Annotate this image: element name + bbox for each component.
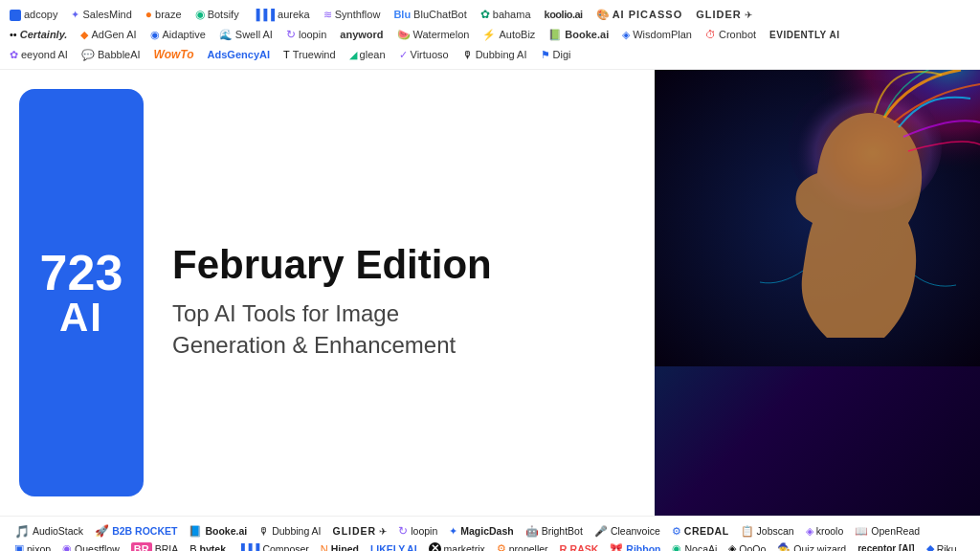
adgenai-icon: ◆ bbox=[80, 27, 88, 44]
logo-adgenai: ◆ AdGen AI bbox=[80, 27, 136, 44]
logo-glider: GLIDER ✈ bbox=[696, 7, 752, 24]
marketrix-icon: ✕ bbox=[429, 542, 441, 551]
logo-likely: LIKELY.AI bbox=[370, 543, 417, 551]
b2brocket-icon: 🚀 bbox=[95, 524, 109, 538]
logo-propeller: ⚙ propeller bbox=[497, 542, 548, 551]
botsify-icon: ◉ bbox=[195, 6, 205, 24]
wisdomplan-icon: ◈ bbox=[622, 27, 630, 44]
aidaptive-icon: ◉ bbox=[150, 27, 160, 44]
logo-aureka: ▐▐▐ aureka bbox=[253, 7, 310, 24]
audiostack-icon: 🎵 bbox=[14, 524, 30, 539]
logo-botsify: ◉ Botsify bbox=[195, 6, 239, 24]
bookeai2-icon: 📘 bbox=[189, 525, 202, 538]
jobscan-icon: 📋 bbox=[741, 525, 754, 538]
glider2-icon: ✈ bbox=[379, 526, 387, 537]
logo-booke-bottom: 📘 Booke.ai bbox=[189, 525, 247, 538]
logo-koolio: koolio.ai bbox=[545, 7, 583, 24]
credal-icon: ⚙ bbox=[672, 525, 681, 538]
logo-marketrix: ✕ marketrix bbox=[429, 542, 485, 551]
logo-riku: ◆ Riku bbox=[926, 542, 957, 551]
autobiz-icon: ⚡ bbox=[482, 27, 496, 44]
logo-questflow: ◉ Questflow bbox=[62, 542, 120, 551]
logo-quizwizard: 🧙 Quiz wizard bbox=[777, 542, 846, 551]
main-container: adcopy ✦ SalesMind ● braze ◉ Botsify ▐▐▐… bbox=[0, 0, 980, 551]
bottom-logos-row: 🎵 AudioStack 🚀 B2B ROCKET 📘 Booke.ai 🎙 D… bbox=[14, 524, 966, 551]
logo-babbleai: 💬 BabbleAI bbox=[81, 47, 141, 64]
logo-salesmind: ✦ SalesMind bbox=[71, 7, 131, 24]
logo-dubbingai: 🎙 Dubbing AI bbox=[462, 47, 527, 64]
logo-receptor: receptor [AI] bbox=[858, 543, 914, 551]
logo-autobiz: ⚡ AutoBiz bbox=[482, 27, 535, 44]
virtuoso-icon: ✓ bbox=[399, 47, 408, 64]
logo-braze: ● braze bbox=[145, 6, 182, 24]
logo-bluchatbot: Blu BluChatBot bbox=[393, 7, 466, 24]
watermelon-icon: 🍉 bbox=[397, 27, 411, 44]
logo-hiped: N Hiped bbox=[321, 543, 359, 551]
beyondai-icon: ✿ bbox=[10, 47, 18, 64]
bottom-logos-strip: 🎵 AudioStack 🚀 B2B ROCKET 📘 Booke.ai 🎙 D… bbox=[0, 516, 980, 551]
logo-jobscan: 📋 Jobscan bbox=[741, 525, 794, 538]
qoqo-icon: ◈ bbox=[728, 542, 736, 551]
bytek-icon: B bbox=[189, 543, 196, 551]
aureka-icon: ▐▐▐ bbox=[253, 7, 275, 24]
glean-icon: ◢ bbox=[349, 47, 357, 64]
logo-composer: ▐▐▐ Composer bbox=[237, 543, 309, 551]
logo-picasso: 🎨 AI PICASSO bbox=[596, 7, 683, 24]
cronbot-icon: ⏱ bbox=[705, 27, 716, 44]
edition-subtitle: Top AI Tools for Image Generation & Enha… bbox=[172, 298, 635, 361]
rask-icon: R bbox=[560, 543, 568, 551]
logo-audiostack: 🎵 AudioStack bbox=[14, 524, 83, 539]
magicdash-icon: ✦ bbox=[449, 525, 457, 538]
logo-brightbot: 🤖 BrightBot bbox=[525, 525, 583, 538]
main-content-area: 723 AI February Edition Top AI Tools for… bbox=[0, 70, 980, 516]
truewind-icon: T bbox=[283, 47, 290, 64]
top-logos-row3: ✿ eeyond AI 💬 BabbleAI WowTo AdsGencyAI … bbox=[10, 46, 970, 64]
swell-icon: 🌊 bbox=[219, 27, 233, 44]
logo-nocaai: ◉ NocaAi bbox=[672, 542, 717, 551]
synthflow-icon: ≋ bbox=[323, 7, 332, 24]
braze-icon: ● bbox=[145, 6, 152, 24]
bria-icon: BR bbox=[131, 542, 152, 551]
logo-adcopy: adcopy bbox=[10, 7, 57, 24]
adcopy-icon bbox=[10, 10, 21, 21]
nocaai-icon: ◉ bbox=[672, 542, 681, 551]
logo-bahama: ✿ bahama bbox=[480, 6, 531, 24]
issue-number: 723 bbox=[40, 248, 123, 298]
pixop-icon: ▣ bbox=[14, 542, 24, 551]
logo-adsgency: AdsGencyAI bbox=[208, 47, 270, 64]
propeller-icon: ⚙ bbox=[497, 542, 506, 551]
logo-bria: BR BRIA bbox=[131, 542, 178, 551]
hiped-icon: N bbox=[321, 543, 328, 551]
logo-wowto: WowTo bbox=[154, 46, 194, 64]
logo-ribbon: 🎀 Ribbon bbox=[610, 542, 660, 551]
glider-icon: ✈ bbox=[745, 8, 752, 23]
quizwizard-icon: 🧙 bbox=[777, 542, 791, 551]
ai-label: AI bbox=[59, 298, 103, 338]
logo-cleanvoice: 🎤 Cleanvoice bbox=[594, 525, 660, 538]
openread-icon: 📖 bbox=[855, 525, 868, 538]
logo-wisdomplan: ◈ WisdomPlan bbox=[622, 27, 692, 44]
cleanvoice-icon: 🎤 bbox=[594, 525, 608, 538]
logo-credal: ⚙ CREDAL bbox=[672, 525, 729, 538]
bookeai-icon: 📗 bbox=[548, 27, 562, 44]
logo-cronbot: ⏱ Cronbot bbox=[705, 27, 756, 44]
logo-openread: 📖 OpenRead bbox=[855, 525, 920, 538]
logo-loopin-bottom: ↻ loopin bbox=[398, 524, 437, 538]
digi-icon: ⚑ bbox=[541, 47, 550, 64]
logo-virtuoso: ✓ Virtuoso bbox=[399, 47, 449, 64]
brand-badge: 723 AI bbox=[19, 89, 144, 496]
logo-b2brocket: 🚀 B2B ROCKET bbox=[95, 524, 177, 538]
logo-certainly: •• Certainly. bbox=[10, 27, 67, 44]
kroolo-icon: ◈ bbox=[806, 525, 813, 538]
ribbon-icon: 🎀 bbox=[610, 542, 623, 551]
questflow-icon: ◉ bbox=[62, 542, 72, 551]
brightbot-icon: 🤖 bbox=[525, 525, 539, 538]
dubbing2-icon: 🎙 bbox=[258, 525, 269, 537]
bluchatbot-icon: Blu bbox=[393, 7, 411, 24]
logo-qoqo: ◈ QoQo bbox=[728, 542, 766, 551]
hero-image bbox=[655, 70, 980, 516]
logo-magicdash: ✦ MagicDash bbox=[449, 525, 513, 538]
loopin-icon: ↻ bbox=[286, 26, 296, 44]
edition-title: February Edition bbox=[172, 243, 635, 287]
logo-bookeai: 📗 Booke.ai bbox=[548, 27, 609, 44]
